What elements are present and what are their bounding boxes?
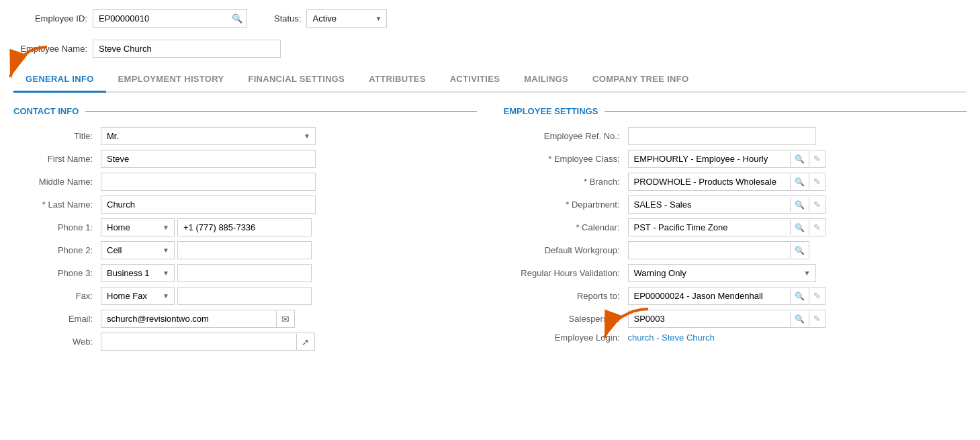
first-name-input[interactable] [101, 150, 316, 168]
first-name-label: First Name: [13, 154, 101, 164]
department-search-button[interactable]: 🔍 [790, 197, 809, 212]
employee-id-label: Employee ID: [13, 13, 87, 24]
phone3-type-select[interactable]: Business 1HomeCell [101, 264, 175, 282]
branch-search-button[interactable]: 🔍 [790, 175, 809, 189]
last-name-label: * Last Name: [13, 200, 101, 210]
middle-name-input[interactable] [101, 173, 316, 191]
reg-hours-select[interactable]: Warning OnlyErrorNone [628, 264, 816, 282]
default-workgroup-search-button[interactable]: 🔍 [790, 243, 809, 258]
middle-name-label: Middle Name: [13, 177, 101, 187]
reports-to-field[interactable]: 🔍 ✎ [628, 287, 826, 305]
employee-settings-line [605, 111, 967, 112]
emp-class-row: * Employee Class: 🔍 ✎ [504, 150, 967, 168]
reg-hours-row: Regular Hours Validation: Warning OnlyEr… [504, 264, 967, 282]
employee-id-search-button[interactable]: 🔍 [228, 11, 247, 26]
department-edit-button[interactable]: ✎ [809, 197, 825, 212]
fax-label: Fax: [13, 291, 101, 301]
employee-id-input[interactable] [93, 10, 228, 27]
reg-hours-dropdown-wrap[interactable]: Warning OnlyErrorNone [628, 264, 816, 282]
reports-to-row: Reports to: 🔍 ✎ [504, 287, 967, 305]
contact-info-title: CONTACT INFO [13, 106, 79, 116]
branch-edit-button[interactable]: ✎ [809, 174, 825, 189]
phone2-number-input[interactable] [177, 241, 312, 259]
salesperson-search-button[interactable]: 🔍 [790, 312, 809, 326]
phone1-fields: HomeCellBusiness 1 [101, 218, 312, 236]
status-select[interactable]: Active Inactive [306, 9, 387, 28]
calendar-field[interactable]: 🔍 ✎ [628, 218, 826, 236]
status-label: Status: [274, 13, 301, 24]
tab-company-tree-info[interactable]: COMPANY TREE INFO [580, 67, 701, 93]
status-select-wrap[interactable]: Active Inactive [306, 9, 387, 28]
emp-class-input[interactable] [629, 150, 790, 167]
tabs-bar: GENERAL INFO EMPLOYMENT HISTORY FINANCIA… [13, 67, 967, 93]
title-dropdown-wrap[interactable]: Mr.Mrs.Ms.Dr. [101, 127, 316, 145]
web-input[interactable] [101, 333, 296, 350]
department-input[interactable] [629, 196, 790, 213]
calendar-search-button[interactable]: 🔍 [790, 220, 809, 235]
default-workgroup-label: Default Workgroup: [504, 245, 628, 255]
phone2-type-wrap[interactable]: CellHomeBusiness 1 [101, 241, 175, 259]
phone3-number-input[interactable] [177, 264, 312, 282]
fax-number-input[interactable] [177, 287, 312, 305]
reg-hours-label: Regular Hours Validation: [504, 268, 628, 278]
calendar-edit-button[interactable]: ✎ [809, 220, 825, 235]
phone3-type-wrap[interactable]: Business 1HomeCell [101, 264, 175, 282]
phone1-number-input[interactable] [177, 218, 312, 236]
fax-fields: Home FaxBusiness Fax [101, 287, 312, 305]
title-select[interactable]: Mr.Mrs.Ms.Dr. [101, 127, 316, 145]
tab-mailings[interactable]: MAILINGS [512, 67, 580, 93]
phone2-fields: CellHomeBusiness 1 [101, 241, 312, 259]
calendar-input[interactable] [629, 219, 790, 236]
web-field-wrap[interactable]: ➚ [101, 333, 315, 351]
title-row: Title: Mr.Mrs.Ms.Dr. [13, 127, 477, 145]
calendar-row: * Calendar: 🔍 ✎ [504, 218, 967, 236]
phone1-type-wrap[interactable]: HomeCellBusiness 1 [101, 218, 175, 236]
employee-settings-section-header: EMPLOYEE SETTINGS [504, 106, 967, 116]
email-input[interactable] [101, 310, 276, 327]
employee-id-field[interactable]: 🔍 [93, 9, 247, 28]
tab-employment-history[interactable]: EMPLOYMENT HISTORY [106, 67, 236, 93]
branch-field[interactable]: 🔍 ✎ [628, 173, 826, 191]
phone1-row: Phone 1: HomeCellBusiness 1 [13, 218, 477, 236]
phone2-row: Phone 2: CellHomeBusiness 1 [13, 241, 477, 259]
reports-to-edit-button[interactable]: ✎ [809, 288, 825, 304]
phone1-type-select[interactable]: HomeCellBusiness 1 [101, 218, 175, 236]
branch-label: * Branch: [504, 177, 628, 187]
salesperson-row: Salesperson: 🔍 ✎ [504, 310, 967, 328]
fax-row: Fax: Home FaxBusiness Fax [13, 287, 477, 305]
last-name-row: * Last Name: [13, 195, 477, 214]
title-label: Title: [13, 131, 101, 141]
email-field-wrap[interactable]: ✉ [101, 310, 295, 328]
emp-ref-label: Employee Ref. No.: [504, 131, 628, 141]
default-workgroup-input[interactable] [629, 242, 790, 259]
email-label: Email: [13, 314, 101, 324]
reports-to-search-button[interactable]: 🔍 [790, 289, 809, 304]
emp-class-field[interactable]: 🔍 ✎ [628, 150, 826, 168]
salesperson-edit-button[interactable]: ✎ [809, 311, 825, 326]
external-link-icon[interactable]: ➚ [296, 334, 314, 350]
first-name-row: First Name: [13, 150, 477, 168]
arrow-indicator [3, 44, 57, 84]
tab-financial-settings[interactable]: FINANCIAL SETTINGS [236, 67, 357, 93]
emp-ref-input[interactable] [628, 127, 816, 145]
branch-input[interactable] [629, 173, 790, 190]
contact-info-section-header: CONTACT INFO [13, 106, 477, 116]
department-label: * Department: [504, 200, 628, 210]
phone1-label: Phone 1: [13, 222, 101, 232]
employee-name-input[interactable] [93, 40, 281, 58]
tab-activities[interactable]: ACTIVITIES [438, 67, 513, 93]
fax-type-select[interactable]: Home FaxBusiness Fax [101, 287, 175, 305]
emp-class-label: * Employee Class: [504, 154, 628, 164]
department-field[interactable]: 🔍 ✎ [628, 195, 826, 214]
email-icon: ✉ [276, 311, 294, 327]
fax-type-wrap[interactable]: Home FaxBusiness Fax [101, 287, 175, 305]
reports-to-input[interactable] [629, 288, 790, 304]
tab-attributes[interactable]: ATTRIBUTES [357, 67, 437, 93]
emp-class-search-button[interactable]: 🔍 [790, 152, 809, 167]
phone3-fields: Business 1HomeCell [101, 264, 312, 282]
employee-settings-title: EMPLOYEE SETTINGS [504, 106, 598, 116]
emp-class-edit-button[interactable]: ✎ [809, 151, 825, 167]
default-workgroup-field[interactable]: 🔍 [628, 241, 809, 259]
last-name-input[interactable] [101, 195, 316, 214]
phone2-type-select[interactable]: CellHomeBusiness 1 [101, 241, 175, 259]
